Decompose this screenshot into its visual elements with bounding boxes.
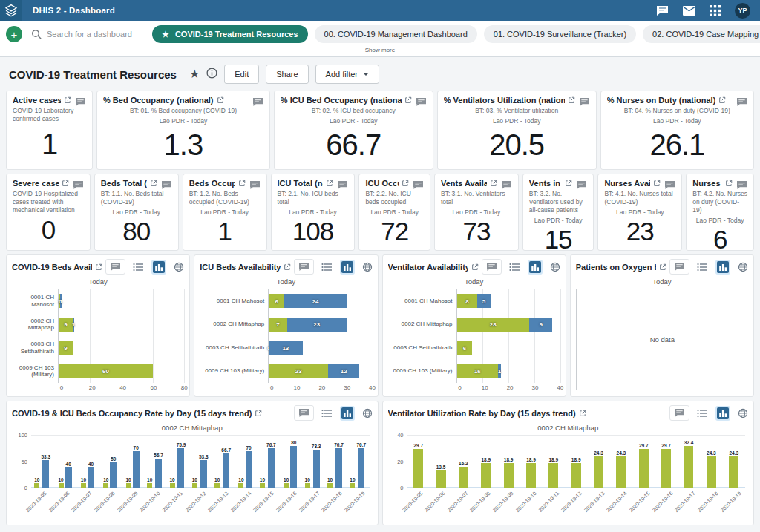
- chip-label: COVID-19 Treatment Resources: [175, 30, 298, 39]
- open-in-app-icon[interactable]: [150, 180, 157, 187]
- dashboard-chip-1[interactable]: 00. COVID-19 Management Dashboard: [315, 25, 477, 43]
- open-in-app-icon[interactable]: [64, 96, 71, 104]
- open-in-app-icon[interactable]: [653, 180, 661, 187]
- ventilator-utilization-rate-bar: [548, 463, 558, 488]
- bar-value-label: 53.3: [41, 454, 50, 459]
- comment-icon[interactable]: [501, 180, 512, 193]
- open-in-app-icon[interactable]: [718, 96, 726, 104]
- comment-icon[interactable]: [73, 180, 84, 193]
- info-icon[interactable]: [206, 68, 217, 81]
- open-in-app-icon[interactable]: [238, 180, 246, 187]
- table-view-icon[interactable]: [133, 263, 144, 272]
- map-view-icon[interactable]: [738, 262, 748, 272]
- open-in-app-icon[interactable]: [471, 263, 479, 271]
- open-in-app-icon[interactable]: [404, 96, 412, 104]
- bar-group: 24.3: [587, 436, 609, 488]
- table-view-icon[interactable]: [321, 263, 332, 272]
- chart-view-icon[interactable]: [528, 260, 543, 275]
- open-in-app-icon[interactable]: [565, 180, 572, 187]
- dashboard-chip-2[interactable]: 01. COVID-19 Surveillance (Tracker): [484, 25, 636, 43]
- comment-icon[interactable]: [576, 180, 587, 193]
- comment-icon[interactable]: [482, 259, 502, 275]
- table-view-icon[interactable]: [697, 263, 708, 272]
- open-in-app-icon[interactable]: [284, 263, 291, 271]
- comment-icon[interactable]: [249, 180, 261, 193]
- icu-occupancy-rate-bar: [65, 467, 72, 488]
- open-in-app-icon[interactable]: [659, 263, 666, 271]
- apps-menu-icon[interactable]: [710, 5, 721, 16]
- edit-button[interactable]: Edit: [224, 65, 259, 84]
- comment-icon[interactable]: [161, 180, 172, 193]
- beds-available-bar: 9: [59, 341, 73, 355]
- comment-icon[interactable]: [416, 96, 427, 110]
- comment-icon[interactable]: [413, 180, 424, 193]
- comment-icon[interactable]: [664, 180, 675, 193]
- chart-title: COVID-19 & ICU Beds Occupancy Rate by Da…: [12, 409, 252, 418]
- x-tick: 40: [119, 384, 126, 391]
- chart-view-icon[interactable]: [340, 406, 355, 421]
- icu-occupancy-rate-bar: [42, 460, 49, 488]
- ventilator-utilization-rate-bar: [729, 456, 738, 488]
- open-in-app-icon[interactable]: [217, 96, 224, 104]
- comment-icon[interactable]: [294, 405, 314, 421]
- map-view-icon[interactable]: [174, 262, 184, 272]
- comment-icon[interactable]: [75, 96, 86, 110]
- map-view-icon[interactable]: [362, 262, 373, 272]
- stat-card-subtitle: Lao PDR - Today: [529, 217, 588, 225]
- dashboard-search-input[interactable]: [47, 30, 142, 39]
- open-in-app-icon[interactable]: [568, 96, 575, 104]
- bar-row: 013: [269, 336, 372, 360]
- ventilator-utilization-rate-bar: [459, 467, 468, 488]
- chart-view-icon[interactable]: [340, 260, 355, 275]
- open-in-app-icon[interactable]: [725, 180, 733, 187]
- comment-icon[interactable]: [105, 259, 125, 275]
- hbar-plot: 0001 CH Mahosot0002 CH Mittaphap0003 CH …: [200, 289, 372, 383]
- map-view-icon[interactable]: [550, 262, 560, 272]
- map-view-icon[interactable]: [362, 408, 373, 418]
- dashboard-chip-3[interactable]: 02. COVID-19 Case Mapping (Tracker): [643, 25, 760, 43]
- share-button[interactable]: Share: [266, 65, 308, 84]
- comment-icon[interactable]: [669, 259, 689, 275]
- open-in-app-icon[interactable]: [579, 410, 586, 417]
- stat-card: Severe casesCOVID-19 Hospitalized cases …: [6, 174, 91, 251]
- chart-view-icon[interactable]: [715, 406, 730, 421]
- open-in-app-icon[interactable]: [402, 180, 409, 187]
- chart-view-icon[interactable]: [151, 260, 166, 275]
- open-in-app-icon[interactable]: [95, 263, 102, 271]
- stat-card-subtitle: Lao PDR - Today: [365, 208, 424, 217]
- interpretations-icon[interactable]: [656, 5, 669, 16]
- icu-occupancy-rate-bar: [313, 450, 320, 488]
- table-view-icon[interactable]: [697, 409, 708, 418]
- open-in-app-icon[interactable]: [255, 410, 262, 417]
- comment-icon[interactable]: [736, 180, 747, 193]
- star-dashboard-button[interactable]: ★: [189, 68, 200, 80]
- new-dashboard-button[interactable]: +: [6, 26, 22, 42]
- y-tick: 0: [12, 485, 27, 491]
- comment-icon[interactable]: [669, 405, 689, 421]
- map-view-icon[interactable]: [738, 408, 748, 418]
- open-in-app-icon[interactable]: [62, 180, 69, 187]
- chart-view-icon[interactable]: [715, 260, 730, 275]
- icu-available-bar: 7: [269, 318, 286, 332]
- comment-icon[interactable]: [294, 259, 314, 275]
- stat-card-value: 26.1: [607, 125, 747, 165]
- comment-icon[interactable]: [736, 96, 747, 110]
- user-avatar[interactable]: YP: [735, 3, 750, 19]
- dhis2-logo[interactable]: [0, 0, 22, 21]
- table-view-icon[interactable]: [321, 409, 332, 418]
- messages-icon[interactable]: [683, 6, 695, 16]
- comment-icon[interactable]: [337, 180, 348, 193]
- show-more-link[interactable]: Show more: [6, 43, 754, 56]
- table-view-icon[interactable]: [509, 263, 520, 272]
- open-in-app-icon[interactable]: [326, 180, 333, 187]
- bar-group: 1080: [279, 436, 301, 488]
- bar-value-label: 24.3: [594, 450, 603, 456]
- comment-icon[interactable]: [579, 96, 590, 110]
- bed-occupancy-rate-bar: [284, 483, 289, 488]
- x-tick: 10: [294, 384, 301, 391]
- open-in-app-icon[interactable]: [490, 180, 497, 187]
- add-filter-button[interactable]: Add filter: [315, 65, 379, 84]
- comment-icon[interactable]: [252, 96, 263, 110]
- ventilator-utilization-rate-bar: [639, 449, 649, 488]
- dashboard-chip-0[interactable]: ★COVID-19 Treatment Resources: [152, 25, 308, 43]
